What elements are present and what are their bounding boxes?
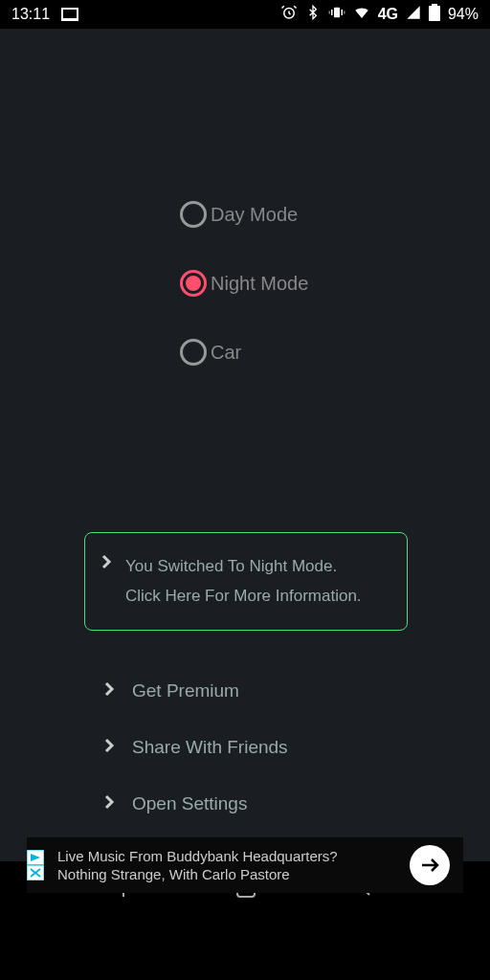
radio-circle-icon (180, 201, 207, 228)
info-text: You Switched To Night Mode. Click Here F… (125, 552, 362, 611)
radio-car[interactable]: Car (180, 339, 308, 366)
radio-label: Car (211, 342, 241, 364)
mode-radio-group: Day Mode Night Mode Car (180, 201, 308, 366)
radio-day-mode[interactable]: Day Mode (180, 201, 308, 228)
svg-rect-1 (334, 8, 340, 18)
menu-label: Open Settings (132, 793, 247, 814)
svg-rect-2 (331, 10, 333, 15)
battery-icon (429, 4, 440, 25)
status-left: 13:11 (11, 6, 78, 23)
ad-line1: Live Music From Buddybank Headquarters? (57, 847, 338, 866)
chevron-right-icon (100, 554, 112, 574)
chevron-right-icon (103, 738, 115, 758)
radio-label: Day Mode (211, 204, 298, 226)
ad-badge-icon (27, 850, 44, 880)
svg-rect-4 (328, 11, 329, 14)
chevron-right-icon (103, 681, 115, 702)
signal-icon (406, 5, 421, 24)
status-bar: 13:11 4G 94% (0, 0, 490, 29)
status-time: 13:11 (11, 6, 50, 23)
radio-circle-selected-icon (180, 270, 207, 297)
menu-share[interactable]: Share With Friends (103, 736, 288, 758)
svg-rect-3 (341, 10, 343, 15)
menu-label: Share With Friends (132, 737, 288, 758)
svg-rect-7 (432, 4, 437, 6)
arrow-right-icon (418, 854, 441, 877)
chevron-right-icon (103, 794, 115, 814)
menu-settings[interactable]: Open Settings (103, 792, 288, 814)
radio-circle-icon (180, 339, 207, 366)
radio-label: Night Mode (211, 273, 308, 295)
status-right: 4G 94% (280, 4, 479, 25)
svg-rect-5 (344, 11, 345, 14)
night-mode-info-box[interactable]: You Switched To Night Mode. Click Here F… (84, 532, 408, 631)
info-line2: Click Here For More Information. (125, 582, 362, 612)
laptop-icon (61, 8, 78, 21)
info-line1: You Switched To Night Mode. (125, 552, 362, 582)
ad-line2: Nothing Strange, With Carlo Pastore (57, 865, 338, 884)
network-type: 4G (378, 6, 398, 23)
menu-list: Get Premium Share With Friends Open Sett… (103, 679, 288, 814)
svg-rect-6 (429, 6, 440, 21)
bluetooth-icon (305, 5, 321, 24)
ad-arrow-button[interactable] (410, 845, 450, 885)
wifi-icon (353, 4, 370, 25)
radio-night-mode[interactable]: Night Mode (180, 270, 308, 297)
battery-percent: 94% (448, 6, 479, 23)
alarm-icon (280, 4, 298, 25)
vibrate-icon (328, 4, 345, 25)
ad-text: Live Music From Buddybank Headquarters? … (57, 847, 338, 884)
main-content: Day Mode Night Mode Car You Switched To … (0, 29, 490, 861)
menu-get-premium[interactable]: Get Premium (103, 679, 288, 702)
ad-banner[interactable]: Live Music From Buddybank Headquarters? … (27, 837, 463, 893)
menu-label: Get Premium (132, 680, 239, 702)
